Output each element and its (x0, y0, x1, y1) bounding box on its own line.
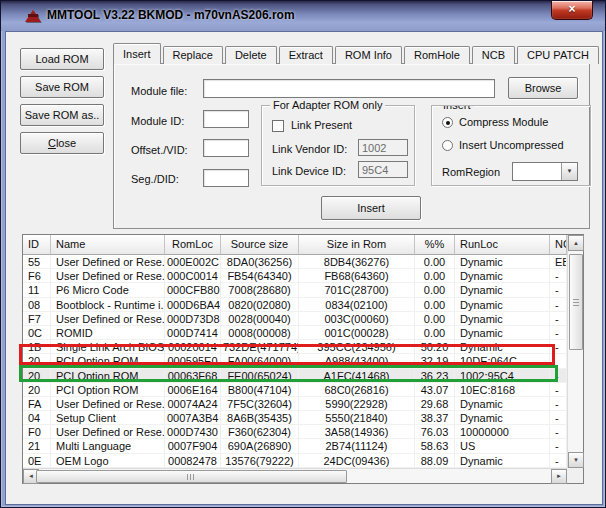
cell-runloc: Dynamic (455, 283, 550, 296)
table-row[interactable]: 20PCI Option ROM000595E0FA00(64000)A988(… (23, 354, 567, 368)
column-header-source-size[interactable]: Source size (221, 235, 299, 255)
cell-id: 0E (23, 454, 51, 467)
compress-module-label: Compress Module (459, 116, 548, 128)
cell-id: 0C (23, 326, 51, 339)
table-row[interactable]: 1BSingle Link Arch BIOS00020014732DE(471… (23, 340, 567, 354)
cell--: 0.00 (415, 312, 455, 325)
module-id-input[interactable] (203, 110, 249, 128)
cell-name: User Defined or Rese... (51, 312, 165, 325)
title-bar: MMTOOL V3.22 BKMOD - m70vnAS206.rom × (1, 1, 605, 31)
table-row[interactable]: F6User Defined or Rese...000C0014FB54(64… (23, 269, 567, 283)
table-row[interactable]: 20PCI Option ROM00063F68FE00(65024)A1FC(… (23, 369, 567, 383)
module-id-label: Module ID: (131, 115, 184, 127)
tab-ncb[interactable]: NCB (472, 46, 515, 64)
column-header-romloc[interactable]: RomLoc (165, 235, 221, 255)
insert-uncompressed-radio[interactable] (442, 140, 453, 151)
vertical-scrollbar[interactable]: ▲ ▼ (567, 235, 583, 468)
cell-name: PCI Option ROM (51, 354, 165, 367)
tab-insert[interactable]: Insert (113, 43, 161, 64)
tab-delete[interactable]: Delete (225, 46, 277, 64)
column-header-nc[interactable]: NC (550, 235, 567, 255)
cell-runloc: 10000000 (455, 425, 550, 438)
cell-id: 55 (23, 255, 51, 268)
cell--: 43.07 (415, 383, 455, 396)
cell-romloc: 0007F904 (165, 439, 221, 452)
load-rom-button[interactable]: Load ROM (20, 48, 104, 70)
cell-romloc: 00082478 (165, 454, 221, 467)
romregion-label: RomRegion (442, 166, 500, 178)
cell-id: 20 (23, 383, 51, 396)
table-row[interactable]: 08Bootblock - Runtime i...000D6BA40820(0… (23, 298, 567, 312)
cell-source-size: 8A6B(35435) (221, 411, 299, 424)
cell-runloc: Dynamic (455, 340, 550, 353)
offset-vid-input[interactable] (203, 139, 249, 157)
cell-size-in-rom: 3A58(14936) (299, 425, 415, 438)
compress-module-radio[interactable] (442, 117, 453, 128)
cell-nc: - (550, 283, 567, 296)
table-row[interactable]: FAUser Defined or Rese...00074A247F5C(32… (23, 397, 567, 411)
cell-romloc: 00020014 (165, 340, 221, 353)
horizontal-scrollbar-thumb[interactable] (36, 470, 347, 483)
scroll-right-icon[interactable]: ► (551, 469, 567, 484)
cell-runloc: Dynamic (455, 326, 550, 339)
link-vendor-id-label: Link Vendor ID: (272, 143, 347, 155)
tab-romhole[interactable]: RomHole (404, 46, 470, 64)
seg-did-label: Seg./DID: (131, 173, 179, 185)
cell-id: 1B (23, 340, 51, 353)
tab-replace[interactable]: Replace (163, 46, 223, 64)
cell-runloc: Dynamic (455, 397, 550, 410)
link-present-label: Link Present (291, 119, 352, 131)
cell-name: User Defined or Rese... (51, 425, 165, 438)
close-button[interactable]: Close (20, 132, 104, 154)
cell-size-in-rom: FB68(64360) (299, 269, 415, 282)
table-row[interactable]: 04Setup Client0007A3B48A6B(35435)5550(21… (23, 411, 567, 425)
insert-button[interactable]: Insert (321, 196, 421, 220)
column-header-size-in-rom[interactable]: Size in Rom (299, 235, 415, 255)
table-row[interactable]: 55User Defined or Rese...000E002C8DA0(36… (23, 255, 567, 269)
tab-cpu-patch[interactable]: CPU PATCH (517, 46, 599, 64)
cell-nc: - (550, 397, 567, 410)
cell-id: 20 (23, 369, 51, 382)
dropdown-arrow-icon[interactable]: ▼ (561, 163, 577, 180)
cell-romloc: 00074A24 (165, 397, 221, 410)
cell-nc: - (550, 312, 567, 325)
insert-uncompressed-label: Insert Uncompressed (459, 139, 564, 151)
cell-id: 04 (23, 411, 51, 424)
scroll-down-icon[interactable]: ▼ (568, 452, 584, 468)
tab-extract[interactable]: Extract (279, 46, 333, 64)
scrollbar-corner (567, 468, 583, 483)
app-window: MMTOOL V3.22 BKMOD - m70vnAS206.rom × Lo… (0, 0, 606, 508)
tab-rom-info[interactable]: ROM Info (335, 46, 402, 64)
cell-romloc: 000CFB80 (165, 283, 221, 296)
cell-source-size: 8DA0(36256) (221, 255, 299, 268)
table-row[interactable]: 0EOEM Logo0008247813576(79222)24DC(09436… (23, 454, 567, 468)
table-row[interactable]: 11P6 Micro Code000CFB807008(28680)701C(2… (23, 283, 567, 297)
link-present-checkbox[interactable] (272, 120, 284, 132)
vertical-scrollbar-thumb[interactable] (569, 254, 583, 350)
column-header-name[interactable]: Name (51, 235, 165, 255)
cell-romloc: 000E002C (165, 255, 221, 268)
close-window-button[interactable]: × (551, 1, 593, 20)
module-file-input[interactable] (203, 79, 495, 98)
cell-romloc: 0007A3B4 (165, 411, 221, 424)
romregion-dropdown[interactable]: ▼ (512, 162, 578, 181)
column-header-runloc[interactable]: RunLoc (455, 235, 550, 255)
window-title: MMTOOL V3.22 BKMOD - m70vnAS206.rom (47, 8, 295, 22)
table-row[interactable]: F0User Defined or Rese...000D7430F360(62… (23, 425, 567, 439)
horizontal-scrollbar[interactable]: ◄ ► (23, 468, 567, 483)
save-rom-as-button[interactable]: Save ROM as.. (20, 104, 104, 126)
adapter-rom-group-title: For Adapter ROM only (270, 99, 385, 111)
table-row[interactable]: 20PCI Option ROM0006E164B800(47104)68C0(… (23, 383, 567, 397)
cell-nc: - (550, 454, 567, 467)
cell-nc: - (550, 369, 567, 382)
browse-button[interactable]: Browse (508, 77, 578, 99)
column-header-id[interactable]: ID (23, 235, 51, 255)
scroll-up-icon[interactable]: ▲ (568, 235, 584, 251)
seg-did-input[interactable] (203, 169, 249, 187)
table-row[interactable]: 21Multi Language0007F904690A(26890)2B74(… (23, 439, 567, 453)
table-row[interactable]: F7User Defined or Rese...000D73D80028(00… (23, 312, 567, 326)
save-rom-button[interactable]: Save ROM (20, 76, 104, 98)
table-row[interactable]: 0CROMID000D74140008(00008)001C(00028)0.0… (23, 326, 567, 340)
column-header--[interactable]: %% (415, 235, 455, 255)
cell-source-size: 13576(79222) (221, 454, 299, 467)
